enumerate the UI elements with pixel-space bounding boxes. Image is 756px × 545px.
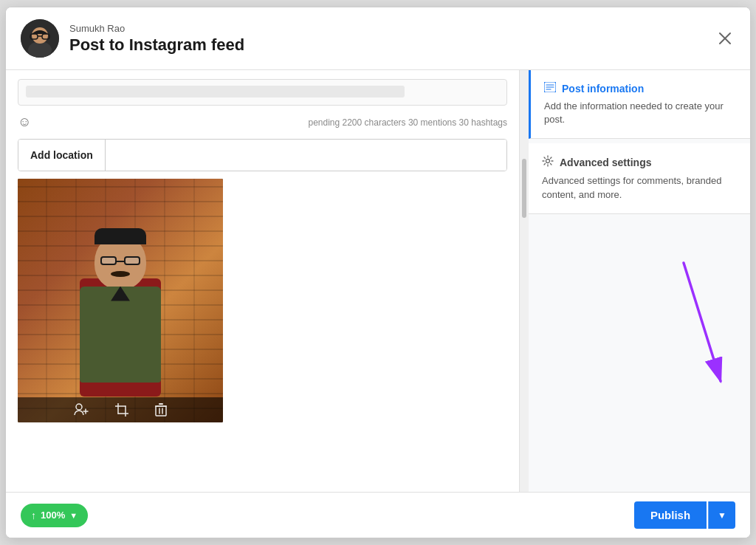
- gear-icon: [542, 155, 554, 170]
- tag-people-button[interactable]: [74, 403, 89, 417]
- delete-icon: [155, 403, 167, 417]
- modal-body: ☺ pending 2200 characters 30 mentions 30…: [6, 70, 750, 492]
- header-username: Sumukh Rao: [69, 23, 715, 34]
- svg-line-26: [684, 263, 721, 381]
- header-title: Post to Instagram feed: [69, 35, 715, 55]
- post-info-title: Post information: [562, 83, 644, 95]
- image-toolbar: [18, 397, 223, 422]
- advanced-title: Advanced settings: [560, 157, 651, 168]
- post-info-section: Post information Add the information nee…: [529, 70, 750, 139]
- photo-inner: [18, 179, 223, 422]
- post-image: [18, 179, 223, 422]
- add-location-button[interactable]: Add location: [18, 140, 106, 171]
- post-image-area: [18, 179, 223, 422]
- publish-dropdown-icon: ▼: [718, 510, 726, 521]
- emoji-bar: ☺ pending 2200 characters 30 mentions 30…: [18, 113, 507, 131]
- advanced-section[interactable]: Advanced settings Advanced settings for …: [529, 143, 750, 213]
- close-button[interactable]: [715, 28, 735, 49]
- annotation-arrow: [639, 256, 743, 403]
- crop-button[interactable]: [115, 403, 128, 417]
- post-info-header: Post information: [544, 82, 737, 95]
- caption-bar: [18, 79, 507, 106]
- location-input[interactable]: [106, 140, 506, 171]
- arrow-area: [529, 219, 750, 411]
- advanced-header: Advanced settings: [542, 155, 737, 170]
- emoji-button[interactable]: ☺: [18, 114, 31, 130]
- publish-group: Publish ▼: [634, 501, 735, 529]
- list-icon: [544, 82, 556, 92]
- advanced-desc: Advanced settings for comments, branded …: [542, 174, 737, 201]
- right-panel: Post information Add the information nee…: [529, 70, 750, 492]
- upload-button[interactable]: ↑ 100% ▼: [21, 504, 88, 527]
- delete-button[interactable]: [155, 403, 167, 417]
- pending-text: pending 2200 characters 30 mentions 30 h…: [308, 117, 507, 128]
- svg-point-24: [546, 160, 550, 163]
- svg-point-2: [32, 27, 48, 44]
- modal-wrapper: Sumukh Rao Post to Instagram feed: [0, 0, 756, 545]
- post-info-icon: [544, 82, 556, 95]
- left-panel: ☺ pending 2200 characters 30 mentions 30…: [6, 70, 520, 492]
- settings-icon: [542, 155, 554, 167]
- publish-dropdown-button[interactable]: ▼: [708, 501, 735, 529]
- crop-icon: [115, 403, 128, 417]
- avatar: [21, 19, 59, 58]
- upload-dropdown-icon: ▼: [69, 511, 78, 520]
- header-text: Sumukh Rao Post to Instagram feed: [69, 23, 715, 55]
- modal-footer: ↑ 100% ▼ Publish ▼: [6, 492, 750, 538]
- close-icon: [718, 31, 732, 46]
- svg-rect-15: [156, 406, 166, 416]
- modal-header: Sumukh Rao Post to Instagram feed: [6, 7, 750, 70]
- tag-person-icon: [74, 403, 89, 417]
- svg-point-8: [76, 404, 82, 410]
- scroll-thumb: [522, 159, 526, 218]
- publish-button[interactable]: Publish: [634, 501, 707, 529]
- post-info-desc: Add the information needed to create you…: [544, 100, 737, 126]
- scroll-divider: [520, 70, 529, 492]
- location-bar: Add location: [18, 139, 507, 171]
- upload-icon: ↑: [31, 510, 36, 521]
- upload-label: 100%: [41, 510, 65, 521]
- modal: Sumukh Rao Post to Instagram feed: [5, 7, 751, 538]
